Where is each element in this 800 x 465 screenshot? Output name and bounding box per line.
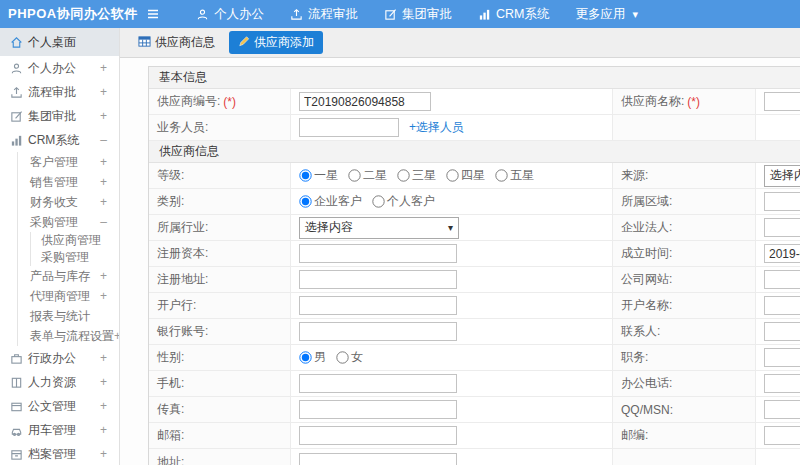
website-input[interactable] <box>764 270 800 289</box>
purchase-submenu: 供应商管理 采购管理 <box>30 232 119 266</box>
industry-select[interactable]: 选择内容▾ <box>299 217 459 239</box>
form-row: 注册地址: 公司网站: <box>149 267 800 293</box>
category-radio-0[interactable] <box>299 195 311 207</box>
mobile-input[interactable] <box>299 374 457 393</box>
level-radio-3[interactable] <box>446 169 458 181</box>
sidebar-item-purchasing[interactable]: 采购管理 <box>31 249 119 266</box>
bank-input[interactable] <box>299 296 457 315</box>
document-icon <box>10 400 28 413</box>
sidebar-item-customer-mgmt[interactable]: 客户管理 + <box>18 152 119 172</box>
bank-label: 开户行: <box>149 293 291 318</box>
level-radio-1[interactable] <box>348 169 360 181</box>
topnav-workflow-approval[interactable]: 流程审批 <box>290 6 358 23</box>
category-radio-group: 企业客户 个人客户 <box>299 193 441 210</box>
form-row: 所属行业: 选择内容▾ 企业法人: <box>149 215 800 241</box>
office-phone-label: 办公电话: <box>613 371 756 396</box>
industry-label: 所属行业: <box>149 215 291 240</box>
level-radio-group: 一星 二星 三星 四星 五星 <box>299 167 540 184</box>
sidebar-item-sales-mgmt[interactable]: 销售管理 + <box>18 172 119 192</box>
sidebar-item-archive-mgmt[interactable]: 档案管理 + <box>0 442 119 465</box>
founded-input[interactable] <box>764 244 800 263</box>
capital-label: 注册资本: <box>149 241 291 266</box>
bank-account-input[interactable] <box>299 322 457 341</box>
workflow-icon <box>290 8 303 21</box>
account-name-input[interactable] <box>764 296 800 315</box>
hamburger-menu-icon[interactable] <box>138 7 168 21</box>
sidebar-item-vehicle-mgmt[interactable]: 用车管理 + <box>0 418 119 442</box>
crm-submenu: 客户管理 + 销售管理 + 财务收支 + 采购管理 – 供应商管理 <box>17 152 119 346</box>
form-row: 注册资本: 成立时间: <box>149 241 800 267</box>
sidebar-item-group-approval[interactable]: 集团审批 + <box>0 104 119 128</box>
sidebar-item-admin-office[interactable]: 行政办公 + <box>0 346 119 370</box>
sidebar-item-form-flow-settings[interactable]: 表单与流程设置 + <box>18 326 119 346</box>
edit-icon <box>384 8 397 21</box>
sidebar-item-personal-office[interactable]: 个人办公 + <box>0 56 119 80</box>
address-input[interactable] <box>299 453 457 465</box>
user-icon <box>196 8 209 21</box>
qq-msn-input[interactable] <box>764 400 800 419</box>
table-icon <box>138 35 151 51</box>
bank-account-label: 银行账号: <box>149 319 291 344</box>
tab-supplier-add[interactable]: 供应商添加 <box>229 31 323 54</box>
topbar: PHPOA协同办公软件 个人办公 流程审批 集团审批 CRM系统 更多应用 <box>0 0 800 28</box>
content-area: 基本信息 供应商编号:(*) 供应商名称:(*) <box>120 58 800 465</box>
staff-label: 业务人员: <box>149 115 291 140</box>
edit-icon <box>10 110 28 123</box>
email-input[interactable] <box>299 426 457 445</box>
sidebar-item-supplier-mgmt[interactable]: 供应商管理 <box>31 232 119 249</box>
form-row: 性别: 男 女 职务: <box>149 345 800 371</box>
level-radio-2[interactable] <box>397 169 409 181</box>
sidebar-item-reports-stats[interactable]: 报表与统计 <box>18 306 119 326</box>
chart-icon <box>10 134 28 147</box>
fax-input[interactable] <box>299 400 457 419</box>
sidebar-item-product-inventory[interactable]: 产品与库存 + <box>18 266 119 286</box>
region-label: 所属区域: <box>613 189 756 214</box>
mobile-label: 手机: <box>149 371 291 396</box>
job-title-input[interactable] <box>764 348 800 367</box>
supplier-no-input[interactable] <box>299 92 431 111</box>
reg-address-input[interactable] <box>299 270 457 289</box>
capital-input[interactable] <box>299 244 457 263</box>
topnav-personal-office[interactable]: 个人办公 <box>196 6 264 23</box>
gender-radio-0[interactable] <box>299 351 311 363</box>
sidebar-item-workflow-approval[interactable]: 流程审批 + <box>0 80 119 104</box>
tabbar: 供应商信息 供应商添加 <box>120 28 800 58</box>
sidebar-item-purchase-mgmt[interactable]: 采购管理 – <box>18 212 119 232</box>
zip-input[interactable] <box>764 426 800 445</box>
contact-input[interactable] <box>764 322 800 341</box>
level-radio-0[interactable] <box>299 169 311 181</box>
tab-supplier-info[interactable]: 供应商信息 <box>132 31 221 54</box>
office-phone-input[interactable] <box>764 374 800 393</box>
level-radio-4[interactable] <box>495 169 507 181</box>
source-label: 来源: <box>613 163 756 188</box>
gender-radio-group: 男 女 <box>299 349 369 366</box>
legal-person-input[interactable] <box>764 218 800 237</box>
caret-down-icon: ▾ <box>632 8 638 21</box>
topnav-group-approval[interactable]: 集团审批 <box>384 6 452 23</box>
sidebar-item-personal-desktop[interactable]: 个人桌面 <box>0 28 119 56</box>
supplier-name-input[interactable] <box>764 92 800 111</box>
choose-staff-link[interactable]: +选择人员 <box>409 119 464 136</box>
founded-label: 成立时间: <box>613 241 756 266</box>
gender-radio-1[interactable] <box>336 351 348 363</box>
staff-input[interactable] <box>299 118 399 137</box>
form-row: 邮箱: 邮编: <box>149 423 800 449</box>
sidebar-item-crm-system[interactable]: CRM系统 – <box>0 128 119 152</box>
fax-label: 传真: <box>149 397 291 422</box>
archive-icon <box>10 448 28 461</box>
book-icon <box>10 376 28 389</box>
sidebar-item-document-mgmt[interactable]: 公文管理 + <box>0 394 119 418</box>
topnav-crm-system[interactable]: CRM系统 <box>478 6 549 23</box>
category-radio-1[interactable] <box>372 195 384 207</box>
qq-msn-label: QQ/MSN: <box>613 397 756 422</box>
topnav-more-apps[interactable]: 更多应用 ▾ <box>575 6 638 23</box>
form-row: 等级: 一星 二星 三星 四星 五星 来源: 选择 <box>149 163 800 189</box>
sidebar-item-hr[interactable]: 人力资源 + <box>0 370 119 394</box>
topnav: 个人办公 流程审批 集团审批 CRM系统 更多应用 ▾ <box>196 6 638 23</box>
sidebar-item-agent-mgmt[interactable]: 代理商管理 + <box>18 286 119 306</box>
job-title-label: 职务: <box>613 345 756 370</box>
region-input[interactable] <box>764 192 800 211</box>
sidebar-item-finance[interactable]: 财务收支 + <box>18 192 119 212</box>
pencil-icon <box>238 35 250 50</box>
source-select[interactable]: 选择内容▾ <box>764 165 800 187</box>
